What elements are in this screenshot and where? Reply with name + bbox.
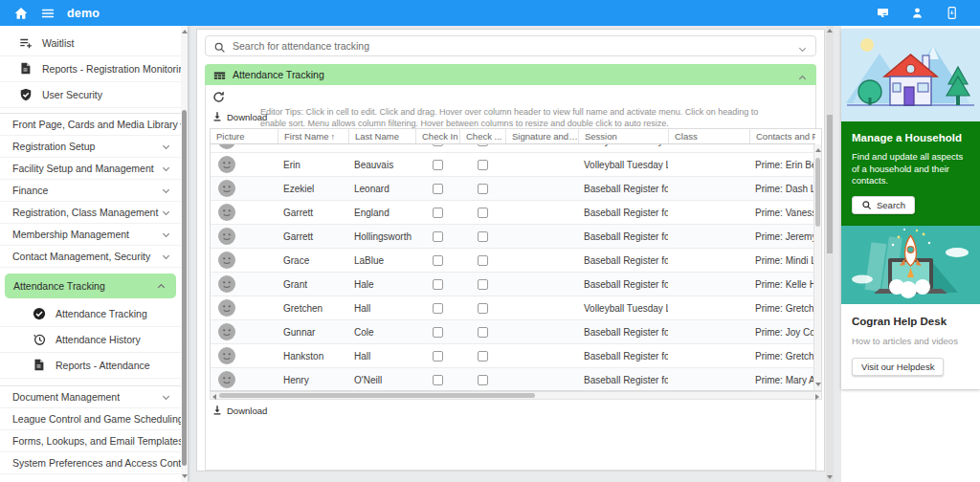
check-in-checkbox[interactable] [433,375,443,385]
menu-icon[interactable] [40,6,56,21]
column-header-picture[interactable]: Picture [211,129,278,143]
visit-helpdesk-button[interactable]: Visit our Helpdesk [852,358,944,376]
last-name-cell[interactable]: England [348,201,415,224]
last-name-cell[interactable]: Leonard [348,177,415,200]
signature-cell[interactable] [505,368,578,391]
class-cell[interactable] [668,344,749,367]
check-out-checkbox[interactable] [478,255,488,266]
signature-cell[interactable] [505,144,578,152]
contacts-cell[interactable]: Prime: Gretchen H [749,296,815,319]
column-header-last-name[interactable]: Last Name [348,129,415,143]
check-out-checkbox[interactable] [478,144,488,146]
picture-cell[interactable] [211,177,278,200]
download-button-bottom[interactable]: Download [212,405,267,416]
sidebar-group-membership-management[interactable]: Membership Management [0,224,181,246]
session-cell[interactable]: Volleyball Tuesday League... [578,144,668,152]
table-row[interactable]: GrantHaleBaseball Register for base...Pr… [211,273,815,296]
contacts-cell[interactable]: Prime: Joy Cole 6 [749,320,815,343]
contacts-cell[interactable]: Prime: Mindi LaBl [749,249,815,272]
check-in-checkbox[interactable] [433,231,443,242]
check-out-checkbox[interactable] [478,279,488,290]
scroll-right-icon[interactable] [815,394,819,400]
first-name-cell[interactable]: Gretchen [278,296,348,319]
picture-cell[interactable] [211,344,278,367]
contacts-cell[interactable]: Prime: Kelle Hale [749,273,815,296]
check-out-checkbox[interactable] [478,375,488,385]
check-in-checkbox[interactable] [433,144,443,146]
signature-cell[interactable] [505,249,578,272]
sidebar-item-reports-attendance[interactable]: Reports - Attendance [0,353,181,379]
first-name-cell[interactable]: Henry [278,368,348,391]
first-name-cell[interactable]: Erin [278,153,348,176]
picture-cell[interactable] [211,320,278,343]
check-in-checkbox[interactable] [433,351,443,362]
table-row[interactable]: ErinBeauvaisVolleyball Tuesday League...… [211,153,815,177]
picture-cell[interactable] [211,153,278,176]
sidebar-group-contact-management-security[interactable]: Contact Management, Security [0,246,181,268]
signature-cell[interactable] [505,296,578,319]
picture-cell[interactable] [211,273,278,296]
main-scrollbar-thumb[interactable] [827,115,833,253]
column-header-check[interactable]: Check ... [459,129,505,143]
check-out-checkbox[interactable] [478,184,488,194]
first-name-cell[interactable]: Grant [278,273,348,296]
check-in-checkbox[interactable] [433,303,443,314]
search-input[interactable] [233,40,797,52]
picture-cell[interactable] [211,225,278,248]
check-in-checkbox[interactable] [433,208,443,218]
table-row[interactable]: HenryO'NeillBaseball Register for base..… [211,368,815,391]
last-name-cell[interactable]: Hall [348,296,415,319]
last-name-cell[interactable] [348,144,415,152]
column-header-first-name[interactable]: First Name↑ [278,129,348,143]
table-row[interactable]: GretchenHallVolleyball Tuesday League...… [211,296,815,320]
check-in-checkbox[interactable] [433,160,443,170]
check-out-checkbox[interactable] [478,303,488,314]
session-cell[interactable]: Volleyball Tuesday League... [578,296,668,319]
first-name-cell[interactable]: Garrett [278,225,348,248]
first-name-cell[interactable]: Grace [278,249,348,272]
table-row[interactable]: GarrettHollingsworthBaseball Register fo… [211,225,815,249]
signature-cell[interactable] [505,320,578,343]
table-row[interactable]: GunnarColeBaseball Register for base...P… [211,320,815,344]
sidebar-item-attendance-tracking-group[interactable]: Attendance Tracking [5,274,176,298]
picture-cell[interactable] [211,201,278,224]
column-header-check-in[interactable]: Check In [415,129,459,143]
picture-cell[interactable] [211,144,278,152]
picture-cell[interactable] [211,368,278,391]
class-cell[interactable] [668,144,749,152]
sidebar-group-facility-setup-and-management[interactable]: Facility Setup and Management [0,158,181,180]
chat-icon[interactable] [875,6,890,21]
contacts-cell[interactable] [749,144,815,152]
first-name-cell[interactable]: Garrett [278,201,348,224]
scroll-up-icon[interactable] [815,148,821,152]
check-out-checkbox[interactable] [478,208,488,218]
table-row[interactable]: GraceLaBlueBaseball Register for base...… [211,249,815,273]
sidebar-scrollbar-thumb[interactable] [182,110,187,466]
sidebar-item-waitlist[interactable]: Waitlist [0,31,181,56]
signature-cell[interactable] [505,153,578,176]
grid-hscroll-thumb[interactable] [219,393,535,398]
session-cell[interactable]: Baseball Register for base... [578,225,668,248]
scroll-down-icon[interactable] [182,474,188,478]
scroll-up-icon[interactable] [182,30,188,33]
session-cell[interactable]: Baseball Register for base... [578,368,668,391]
check-out-checkbox[interactable] [478,351,488,362]
last-name-cell[interactable]: Beauvais [348,153,415,176]
first-name-cell[interactable]: Ezekiel [278,177,348,200]
column-header-session[interactable]: Session [578,129,668,143]
session-cell[interactable]: Baseball Register for base... [578,273,668,296]
sidebar-group-system-preferences-and-access-control[interactable]: System Preferences and Access Control [0,452,181,474]
contacts-cell[interactable]: Prime: Erin Beauva [749,153,815,176]
picture-cell[interactable] [211,249,278,272]
check-out-checkbox[interactable] [478,160,488,170]
session-cell[interactable]: Baseball Register for base... [578,344,668,367]
last-name-cell[interactable]: LaBlue [348,249,415,272]
class-cell[interactable] [668,201,749,224]
picture-cell[interactable] [211,296,278,319]
table-row[interactable]: HankstonHallBaseball Register for base..… [211,344,815,368]
class-cell[interactable] [668,249,749,272]
sidebar-group-registration-class-management[interactable]: Registration, Class Management [0,202,181,224]
sidebar-group-registration-setup[interactable]: Registration Setup [0,136,181,158]
table-row[interactable]: EzekielLeonardBaseball Register for base… [211,177,815,201]
check-in-checkbox[interactable] [433,184,443,194]
